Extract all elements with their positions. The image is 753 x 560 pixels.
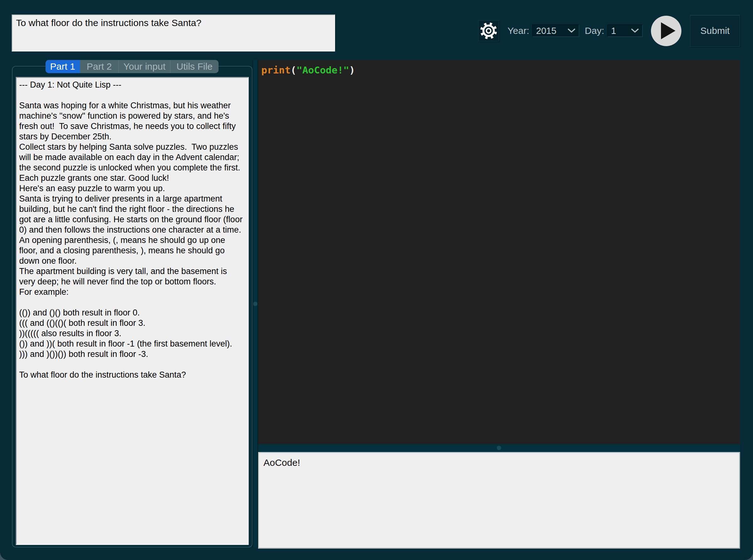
year-label: Year: — [508, 25, 529, 36]
code-editor[interactable]: print("AoCode!") — [258, 60, 740, 444]
tab-label: Part 1 — [50, 61, 75, 72]
code-keyword: print — [261, 64, 291, 76]
settings-button[interactable] — [478, 20, 499, 41]
day-dropdown[interactable]: 1 — [607, 24, 643, 37]
submit-button[interactable]: Submit — [690, 15, 740, 47]
code-close-paren: ) — [349, 64, 355, 76]
vertical-sash[interactable] — [253, 60, 258, 547]
code-line: print("AoCode!") — [261, 64, 355, 76]
day-label: Day: — [585, 25, 604, 36]
tab-label: Utils File — [177, 61, 213, 72]
year-value: 2015 — [536, 26, 556, 36]
gear-icon — [480, 22, 497, 40]
play-icon — [661, 22, 675, 39]
chevron-down-icon — [631, 28, 639, 33]
tab-bar: Part 1 Part 2 Your input Utils File — [45, 60, 219, 73]
output-console[interactable]: AoCode! — [258, 452, 740, 549]
chevron-down-icon — [568, 28, 576, 33]
question-box[interactable]: To what floor do the instructions take S… — [12, 15, 335, 52]
tab-part-1[interactable]: Part 1 — [45, 60, 80, 73]
tab-utils-file[interactable]: Utils File — [171, 60, 219, 73]
app-window: To what floor do the instructions take S… — [0, 0, 753, 560]
code-open-paren: ( — [291, 64, 296, 76]
sash-handle-dot[interactable] — [497, 446, 501, 450]
horizontal-sash[interactable] — [258, 444, 740, 452]
tab-label: Part 2 — [87, 61, 112, 72]
toolbar: Year: 2015 Day: 1 Submit — [478, 13, 740, 49]
day-value: 1 — [611, 26, 616, 36]
tab-your-input[interactable]: Your input — [119, 60, 171, 73]
code-string: "AoCode!" — [296, 64, 349, 76]
year-dropdown[interactable]: 2015 — [532, 24, 579, 37]
sash-handle-dot[interactable] — [253, 302, 257, 306]
run-button[interactable] — [651, 16, 681, 46]
tab-label: Your input — [123, 61, 165, 72]
tab-part-2[interactable]: Part 2 — [80, 60, 119, 73]
puzzle-description[interactable]: --- Day 1: Not Quite Lisp --- Santa was … — [16, 77, 249, 545]
